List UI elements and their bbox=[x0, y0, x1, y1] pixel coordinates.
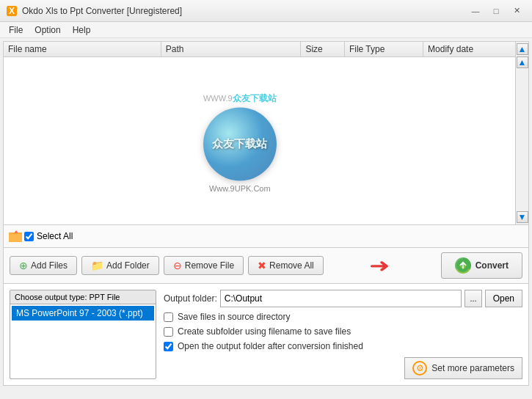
set-params-button[interactable]: ⚙ Set more parameters bbox=[404, 357, 522, 379]
select-all-checkbox[interactable] bbox=[24, 232, 34, 241]
window-controls: — □ ✕ bbox=[466, 4, 526, 18]
add-files-button[interactable]: ⊕ Add Files bbox=[10, 256, 77, 275]
checkbox-open-output-label: Open the output folder after conversion … bbox=[178, 341, 363, 351]
svg-marker-4 bbox=[14, 230, 18, 233]
svg-text:X: X bbox=[9, 6, 15, 16]
toolbar-area: Select All bbox=[4, 225, 528, 248]
add-folder-button[interactable]: 📁 Add Folder bbox=[81, 256, 159, 275]
remove-all-button[interactable]: ✖ Remove All bbox=[248, 256, 324, 275]
menu-bar: File Option Help bbox=[0, 22, 532, 38]
action-bar: ⊕ Add Files 📁 Add Folder ⊖ Remove File ✖… bbox=[4, 248, 528, 284]
output-config: Output folder: ... Open Save files in so… bbox=[164, 290, 522, 379]
output-folder-input[interactable] bbox=[220, 290, 462, 307]
title-bar-left: X Okdo Xls to Ppt Converter [Unregistere… bbox=[6, 5, 182, 17]
menu-file[interactable]: File bbox=[3, 23, 29, 37]
add-folder-label: Add Folder bbox=[106, 260, 150, 271]
watermark: WWW.9众友下载站 众友下载站 Www.9UPK.Com bbox=[203, 92, 277, 192]
scroll-up-btn[interactable]: ▲ bbox=[517, 56, 528, 68]
gear-icon: ⚙ bbox=[412, 361, 427, 376]
checkbox-row-3: Open the output folder after conversion … bbox=[164, 341, 522, 351]
scroll-down-btn[interactable]: ▼ bbox=[517, 211, 528, 223]
col-header-filename: File name bbox=[4, 42, 161, 57]
app-title: Okdo Xls to Ppt Converter [Unregistered] bbox=[22, 6, 182, 16]
add-files-icon: ⊕ bbox=[19, 260, 28, 271]
convert-icon bbox=[455, 257, 471, 274]
select-all-label: Select All bbox=[37, 231, 73, 241]
checkbox-create-subfolder[interactable] bbox=[164, 327, 173, 337]
folder-navigate-btn[interactable] bbox=[8, 228, 24, 244]
watermark-circle: 众友下载站 bbox=[203, 107, 277, 180]
close-button[interactable]: ✕ bbox=[507, 4, 526, 18]
file-table-container: File name Path Size File Type Modify dat… bbox=[4, 42, 528, 225]
output-type-item[interactable]: MS PowerPoint 97 - 2003 (*.ppt) bbox=[12, 306, 154, 321]
menu-option[interactable]: Option bbox=[29, 23, 66, 37]
checkbox-row-2: Create subfolder using filename to save … bbox=[164, 326, 522, 337]
checkbox-save-source[interactable] bbox=[164, 312, 173, 322]
checkbox-row-1: Save files in source directory bbox=[164, 312, 522, 322]
bottom-area: Choose output type: PPT File MS PowerPoi… bbox=[4, 284, 528, 385]
output-type-list: MS PowerPoint 97 - 2003 (*.ppt) bbox=[10, 304, 156, 322]
remove-file-label: Remove File bbox=[185, 260, 234, 271]
select-all-container: Select All bbox=[24, 231, 73, 241]
add-files-label: Add Files bbox=[31, 260, 68, 271]
col-header-size: Size bbox=[301, 42, 345, 57]
output-folder-label: Output folder: bbox=[164, 293, 217, 304]
add-folder-icon: 📁 bbox=[91, 260, 103, 271]
app-icon: X bbox=[6, 5, 18, 17]
col-header-moddate: Modify date bbox=[423, 42, 528, 57]
col-header-filetype: File Type bbox=[344, 42, 423, 57]
open-button[interactable]: Open bbox=[485, 290, 522, 307]
scroll-top-btn[interactable]: ▲ bbox=[517, 43, 528, 55]
remove-all-label: Remove All bbox=[269, 260, 314, 271]
checkbox-create-subfolder-label: Create subfolder using filename to save … bbox=[178, 326, 351, 337]
watermark-bottom-text: Www.9UPK.Com bbox=[203, 183, 277, 192]
title-bar: X Okdo Xls to Ppt Converter [Unregistere… bbox=[0, 0, 532, 22]
file-table: File name Path Size File Type Modify dat… bbox=[4, 42, 528, 57]
remove-file-button[interactable]: ⊖ Remove File bbox=[164, 256, 244, 275]
convert-label: Convert bbox=[475, 260, 509, 271]
folder-up-icon bbox=[9, 230, 23, 243]
svg-rect-3 bbox=[9, 234, 22, 242]
output-folder-row: Output folder: ... Open bbox=[164, 290, 522, 307]
remove-file-icon: ⊖ bbox=[173, 260, 182, 271]
watermark-top-text: WWW.9众友下载站 bbox=[203, 92, 277, 104]
convert-button[interactable]: Convert bbox=[441, 252, 522, 279]
main-content: File name Path Size File Type Modify dat… bbox=[3, 41, 529, 386]
output-type-header: Choose output type: PPT File bbox=[10, 290, 156, 304]
output-type-panel: Choose output type: PPT File MS PowerPoi… bbox=[10, 290, 156, 379]
col-header-path: Path bbox=[161, 42, 301, 57]
menu-help[interactable]: Help bbox=[67, 23, 97, 37]
arrow-indicator: ➜ bbox=[368, 255, 390, 277]
scrollbar-right[interactable]: ▲ ▲ ▼ bbox=[515, 42, 528, 224]
set-params-label: Set more parameters bbox=[431, 363, 514, 373]
maximize-button[interactable]: □ bbox=[487, 4, 506, 18]
remove-all-icon: ✖ bbox=[258, 260, 266, 271]
browse-button[interactable]: ... bbox=[464, 290, 481, 307]
checkbox-save-source-label: Save files in source directory bbox=[178, 312, 290, 322]
checkbox-open-output[interactable] bbox=[164, 342, 173, 351]
minimize-button[interactable]: — bbox=[466, 4, 485, 18]
